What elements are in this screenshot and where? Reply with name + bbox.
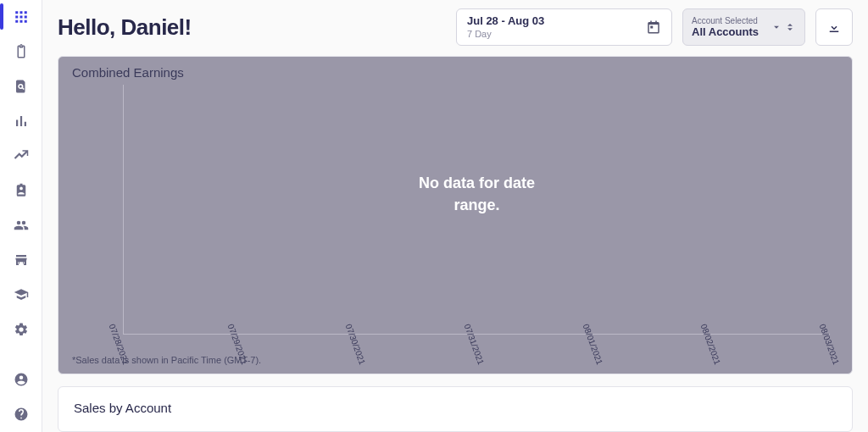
svg-rect-6 (15, 19, 18, 22)
x-tick: 08/01/2021 (552, 323, 593, 346)
sidebar-item-help[interactable] (6, 404, 36, 424)
bar-chart-icon (14, 114, 29, 129)
sidebar-item-learn[interactable] (6, 285, 36, 304)
people-icon (14, 218, 29, 233)
card-title: Combined Earnings (72, 65, 838, 80)
account-select[interactable]: Account Selected All Accounts (682, 8, 805, 46)
main: Hello, Daniel! Jul 28 - Aug 03 7 Day Acc… (42, 0, 868, 432)
store-icon (14, 252, 29, 268)
account-select-label: Account Selected (692, 16, 759, 25)
sidebar (0, 0, 42, 432)
svg-rect-3 (15, 15, 18, 18)
svg-rect-1 (19, 11, 22, 14)
calendar-icon (646, 19, 661, 35)
card2-title: Sales by Account (74, 401, 837, 415)
svg-rect-2 (24, 11, 26, 14)
chevron-down-icon (771, 21, 782, 33)
gear-icon (14, 322, 29, 337)
download-icon (826, 19, 842, 35)
svg-rect-7 (19, 19, 22, 22)
sidebar-item-tasks[interactable] (6, 42, 36, 61)
x-tick: 07/31/2021 (433, 323, 475, 346)
x-tick: 08/02/2021 (670, 323, 711, 346)
sales-by-account-card: Sales by Account (58, 386, 853, 432)
x-tick: 07/30/2021 (314, 323, 356, 346)
no-data-message: No data for date range. (401, 173, 554, 215)
account-select-value: All Accounts (692, 26, 759, 38)
download-button[interactable] (815, 8, 853, 46)
chart-footnote: *Sales data is shown in Pacific Time (GM… (72, 355, 261, 365)
x-tick: 07/29/2021 (197, 323, 238, 346)
graduation-icon (14, 287, 29, 302)
trend-icon (14, 148, 29, 163)
greeting: Hello, Daniel! (58, 14, 192, 41)
sidebar-item-search-doc[interactable] (6, 76, 36, 96)
sidebar-item-reports[interactable] (6, 111, 36, 130)
clipboard-icon (14, 44, 29, 59)
sidebar-item-id[interactable] (6, 180, 36, 200)
sidebar-item-trends[interactable] (6, 146, 36, 165)
svg-rect-0 (15, 11, 18, 14)
date-range-text: Jul 28 - Aug 03 (467, 15, 544, 27)
grid-icon (14, 9, 29, 25)
badge-icon (14, 183, 29, 198)
date-range-picker[interactable]: Jul 28 - Aug 03 7 Day (456, 8, 672, 46)
sidebar-item-store[interactable] (6, 250, 36, 269)
header: Hello, Daniel! Jul 28 - Aug 03 7 Day Acc… (58, 8, 853, 46)
x-tick: 08/03/2021 (788, 323, 830, 346)
svg-rect-8 (24, 19, 26, 22)
svg-rect-4 (19, 15, 22, 18)
search-page-icon (14, 79, 29, 94)
chart-area: No data for date range. (123, 85, 830, 335)
combined-earnings-card: Combined Earnings No data for date range… (58, 56, 853, 374)
sidebar-item-settings[interactable] (6, 319, 36, 339)
x-tick: 07/28/2021 (78, 323, 120, 346)
sidebar-item-account[interactable] (6, 369, 36, 389)
help-icon (14, 407, 29, 422)
account-icon (14, 372, 29, 387)
sort-icon (784, 21, 796, 33)
sidebar-item-people[interactable] (6, 215, 36, 235)
svg-rect-5 (24, 15, 26, 18)
sidebar-item-apps[interactable] (6, 7, 36, 26)
date-range-subtext: 7 Day (467, 29, 544, 39)
